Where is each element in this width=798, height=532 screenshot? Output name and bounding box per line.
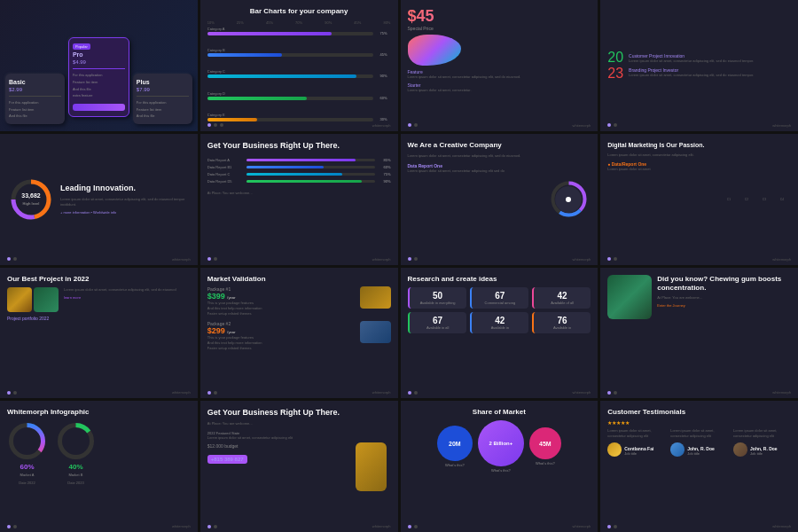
biz2-content: Get Your Business Right Up There. At Pla…: [207, 408, 346, 525]
slide-4-footer: whitemorph: [607, 123, 791, 128]
creative-title: We Are a Creative Company: [408, 141, 542, 150]
infographic-title: Whitemorph Infographic: [7, 408, 191, 416]
bubble-45m: 45M: [529, 427, 561, 459]
slide-9-footer: whitemorph: [7, 390, 191, 395]
portfolio-label: Project portfolio 2022: [7, 316, 59, 321]
slide-creative: We Are a Creative Company Lorem ipsum do…: [401, 134, 598, 265]
know-link[interactable]: Enter the Journey: [657, 303, 791, 308]
avatar-3: [733, 442, 747, 457]
digi-title: Digital Marketing Is Our Passion.: [607, 141, 791, 149]
price-label: Special Price: [408, 26, 591, 31]
innovation-link: + more information • Worldwide info: [60, 210, 189, 215]
innovation-text: Leading Innovation. Lorem ipsum dolor si…: [60, 184, 189, 215]
innovation-title: Leading Innovation.: [60, 184, 189, 194]
slide-infographic: Whitemorph Infographic 60% Market A: [0, 401, 198, 532]
slide-market-validation: Market Validation Package #1 $399 /year …: [200, 268, 398, 399]
slide-14-footer: whitemorph: [207, 524, 391, 528]
learn-more-link[interactable]: learn more: [64, 295, 191, 300]
slide-8-footer: whitemorph: [607, 257, 791, 262]
package-2: Package #2 $299 /year This is your packa…: [207, 321, 391, 351]
market-val-title: Market Validation: [207, 275, 391, 283]
stat-50: 50 Available in everything: [408, 287, 466, 309]
vertical-bar-chart: C1 C2 C3 C4: [720, 161, 791, 201]
stats-grid: 50 Available in everything 67 Commercial…: [408, 287, 591, 333]
testimonial-title: Customer Testimonials: [607, 408, 791, 416]
date-2022: Date 2022: [19, 481, 35, 485]
slide-12-footer: whitemorph: [607, 390, 791, 395]
pricing-pro: Popular Pro $4.99 For this application F…: [68, 37, 129, 116]
biz-footer: At Place: You are welcome...: [207, 191, 391, 195]
testimonial-1: Lorem ipsum dolor sit amet, consectetur …: [607, 428, 665, 458]
bubble-2b-label: What's this?: [491, 468, 511, 473]
creative-text: Lorem ipsum dolor sit amet, consectetur …: [408, 153, 542, 159]
donut-60-pct: 60%: [20, 463, 34, 471]
pro-title: Pro: [73, 51, 125, 58]
slide-7-footer: whitemorph: [408, 257, 591, 262]
avatar-1: [607, 442, 622, 457]
slide-2023: 20 23 Customer Project Innovation Lorem …: [600, 0, 798, 131]
bar-row-4: Category D 60%: [207, 91, 391, 100]
year-display: 20 23: [607, 50, 623, 82]
testimonial-3: Lorem ipsum dolor sit amet, consectetur …: [733, 428, 791, 458]
market-a-label: Market A: [20, 473, 35, 477]
date-2023: Date 2023: [67, 481, 83, 485]
biz2-text: At Place: You are welcome...: [207, 421, 346, 426]
gauge-chart: [549, 179, 589, 219]
slide-11-footer: whitemorph: [408, 390, 591, 395]
nature-image: [607, 275, 652, 319]
package-1: Package #1 $399 /year This is your packa…: [207, 286, 391, 317]
project-images: [7, 287, 59, 312]
slide-5-footer: whitemorph: [7, 257, 191, 262]
name-1: Contlanna Fai: [624, 446, 653, 451]
testimonial-2: Lorem ipsum dolor sit amet, consectetur …: [670, 428, 728, 458]
project-info: Lorem ipsum dolor sit amet, consectetur …: [64, 287, 191, 293]
address-text: Lorem ipsum dolor sit amet, consectetur …: [207, 435, 346, 441]
pricing-basic: Basic $2.99 For this application Feature…: [5, 74, 65, 124]
phone-image: [356, 442, 387, 491]
year-info: Customer Project Innovation Lorem ipsum …: [623, 7, 791, 124]
slide-project: Our Best Project in 2022 Project portfol…: [0, 268, 198, 399]
slide-market-share: Share of Market 20M What's this? 2 Billi…: [401, 401, 598, 532]
bubble-20m: 20M: [437, 426, 473, 461]
name-2: John, R. Doe: [687, 446, 715, 451]
know-content: Did you know? Chewing gum boosts concent…: [657, 275, 791, 392]
pro-price: $4.99: [73, 59, 125, 65]
biz-title: Get Your Business Right Up There.: [207, 141, 391, 152]
phone-number: +815 389 827: [211, 457, 244, 462]
slide-15-footer: whitemorph: [408, 524, 591, 528]
slide-2-footer: whitemorph: [207, 123, 391, 128]
biz2-title: Get Your Business Right Up There.: [207, 408, 346, 419]
avatar-2: [670, 442, 685, 457]
innovation-description: Lorem ipsum dolor sit amet, consectetur …: [60, 197, 189, 207]
slide-research: Research and create ideas 50 Available i…: [401, 268, 598, 399]
bar-markers: 10% 25% 45% 70% 90% 45% 80%: [207, 20, 391, 25]
testimonials-row: Lorem ipsum dolor sit amet, consectetur …: [607, 428, 791, 458]
project-title: Our Best Project in 2022: [7, 275, 191, 283]
footer-dots: [207, 123, 223, 127]
basic-price: $2.99: [9, 87, 61, 92]
year-20: 20: [607, 50, 623, 65]
bar-charts-title: Bar Charts for your company: [207, 7, 391, 15]
price-value: $45: [408, 7, 591, 26]
donut-row: 60% Market A Date 2022 40% Market B Date…: [7, 421, 191, 485]
prog-row-4: Data Report D5 90%: [207, 179, 391, 184]
basic-title: Basic: [9, 79, 61, 85]
know-fact: Did you know? Chewing gum boosts concent…: [657, 275, 791, 293]
slide-6-footer: whitemorph: [207, 257, 391, 262]
slide-pricing: Basic $2.99 For this application Feature…: [0, 0, 198, 131]
donut-chart: 33,682High level: [9, 177, 53, 222]
bubble-2billion: 2 Billion+: [478, 420, 524, 466]
bubble-45m-label: What's this?: [536, 461, 555, 466]
donut-value: 33,682High level: [21, 192, 40, 207]
package-2-img: [360, 321, 391, 343]
slide-business2: Get Your Business Right Up There. At Pla…: [200, 401, 398, 532]
progress-section: Data Report A 85% Data Report B1 60% Dat…: [207, 158, 391, 186]
bar-row-1: Category A 75%: [207, 27, 391, 35]
slide-innovation: 33,682High level Leading Innovation. Lor…: [0, 134, 198, 265]
slide-13-footer: whitemorph: [7, 524, 191, 528]
prog-row-3: Data Report C 75%: [207, 172, 391, 176]
market-b-label: Market B: [68, 473, 82, 477]
year-23: 23: [607, 66, 623, 81]
project-img-1: [7, 287, 32, 312]
market-share-visual: 20M What's this? 2 Billion+ What's this?…: [408, 420, 591, 473]
